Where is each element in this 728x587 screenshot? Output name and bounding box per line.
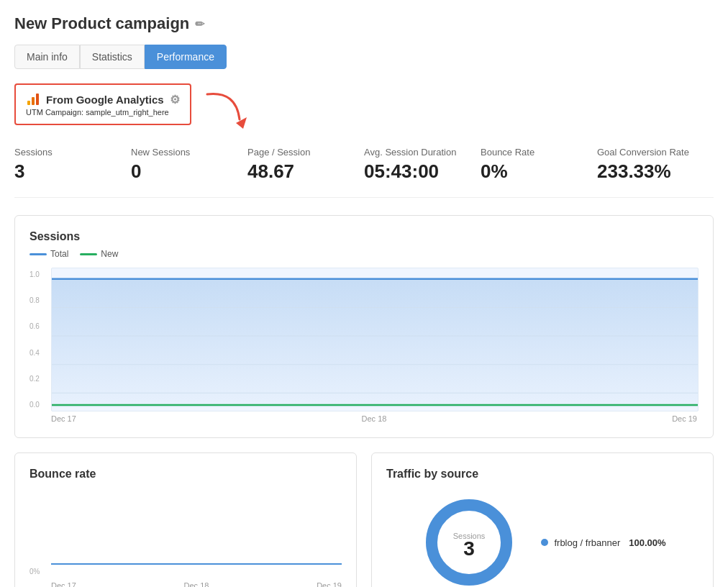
ga-title: From Google Analytics [46, 94, 164, 106]
legend-total: Total [29, 249, 68, 259]
x-label-dec17: Dec 17 [51, 414, 76, 423]
bounce-rate-card: Bounce rate 0% Dec 17 Dec 18 Dec 19 [14, 452, 357, 587]
x-label-dec18: Dec 18 [362, 414, 387, 423]
metric-value: 05:43:00 [364, 160, 481, 183]
bounce-x-labels: Dec 17 Dec 18 Dec 19 [29, 581, 342, 587]
ga-utm-label: UTM Campaign: [26, 108, 83, 117]
metric-item: Page / Session48.67 [247, 147, 364, 183]
bounce-chart-area [51, 492, 342, 578]
bounce-x-dec18: Dec 18 [184, 581, 209, 587]
metric-label: Goal Conversion Rate [597, 147, 714, 158]
donut-chart: Sessions 3 [419, 492, 519, 587]
metric-item: New Sessions0 [131, 147, 247, 183]
metric-label: Page / Session [247, 147, 364, 158]
svg-marker-4 [52, 279, 698, 407]
ga-utm-value: sample_utm_right_here [86, 108, 169, 117]
metrics-row: Sessions3New Sessions0Page / Session48.6… [14, 147, 714, 198]
tab-performance[interactable]: Performance [145, 45, 227, 69]
bounce-y-labels: 0% [29, 492, 40, 578]
legend-dot-total [29, 253, 47, 255]
ga-icon [26, 92, 40, 106]
sessions-chart-title: Sessions [29, 230, 699, 243]
legend-total-label: Total [50, 249, 68, 259]
metric-label: Sessions [14, 147, 131, 158]
metric-item: Sessions3 [14, 147, 131, 183]
donut-value: 3 [464, 537, 476, 560]
edit-icon[interactable]: ✏ [195, 17, 204, 31]
metric-value: 233.33% [597, 160, 714, 183]
google-analytics-box: From Google Analytics ⚙ UTM Campaign: sa… [14, 83, 191, 125]
metric-item: Bounce Rate0% [481, 147, 597, 183]
title-text: New Product campaign [14, 14, 189, 33]
sessions-chart-legend: Total New [29, 249, 699, 259]
bounce-x-dec17: Dec 17 [51, 581, 76, 587]
traffic-card: Traffic by source Sessions 3 frblog / fr… [371, 452, 714, 587]
traffic-source-pct: 100.00% [629, 537, 665, 548]
traffic-source-label: frblog / frbanner [554, 537, 620, 548]
page-title: New Product campaign ✏ [14, 14, 714, 33]
sessions-chart-area [51, 268, 699, 411]
traffic-legend: frblog / frbanner 100.00% [541, 537, 665, 548]
tabs-container: Main info Statistics Performance [14, 45, 714, 69]
metric-item: Avg. Session Duration05:43:00 [364, 147, 481, 183]
svg-rect-1 [32, 97, 35, 105]
metric-label: Avg. Session Duration [364, 147, 481, 158]
svg-rect-2 [36, 94, 39, 105]
metric-value: 0% [481, 160, 597, 183]
legend-new: New [80, 249, 118, 259]
arrow-indicator [200, 87, 258, 132]
svg-marker-3 [236, 117, 247, 129]
traffic-dot [541, 539, 548, 546]
tab-statistics[interactable]: Statistics [80, 45, 145, 69]
metric-item: Goal Conversion Rate233.33% [597, 147, 714, 183]
bounce-rate-title: Bounce rate [29, 468, 342, 481]
x-label-dec19: Dec 19 [672, 414, 697, 423]
legend-dot-new [80, 253, 97, 255]
metric-value: 3 [14, 160, 131, 183]
bounce-x-dec19: Dec 19 [317, 581, 342, 587]
traffic-title: Traffic by source [386, 468, 699, 481]
ga-settings-icon[interactable]: ⚙ [170, 93, 180, 106]
metric-label: Bounce Rate [481, 147, 597, 158]
metric-value: 0 [131, 160, 247, 183]
svg-rect-0 [27, 101, 30, 105]
traffic-legend-item: frblog / frbanner 100.00% [541, 537, 665, 548]
tab-main-info[interactable]: Main info [14, 45, 80, 69]
metric-label: New Sessions [131, 147, 247, 158]
sessions-y-labels: 1.00.80.60.40.20.0 [29, 268, 40, 411]
metric-value: 48.67 [247, 160, 364, 183]
sessions-x-labels: Dec 17 Dec 18 Dec 19 [29, 414, 699, 423]
bottom-charts-row: Bounce rate 0% Dec 17 Dec 18 Dec 19 Traf… [14, 452, 714, 587]
legend-new-label: New [101, 249, 118, 259]
donut-container: Sessions 3 frblog / frbanner 100.00% [386, 492, 699, 587]
sessions-chart-card: Sessions Total New 1.00.80.60.40.20.0 [14, 215, 714, 438]
